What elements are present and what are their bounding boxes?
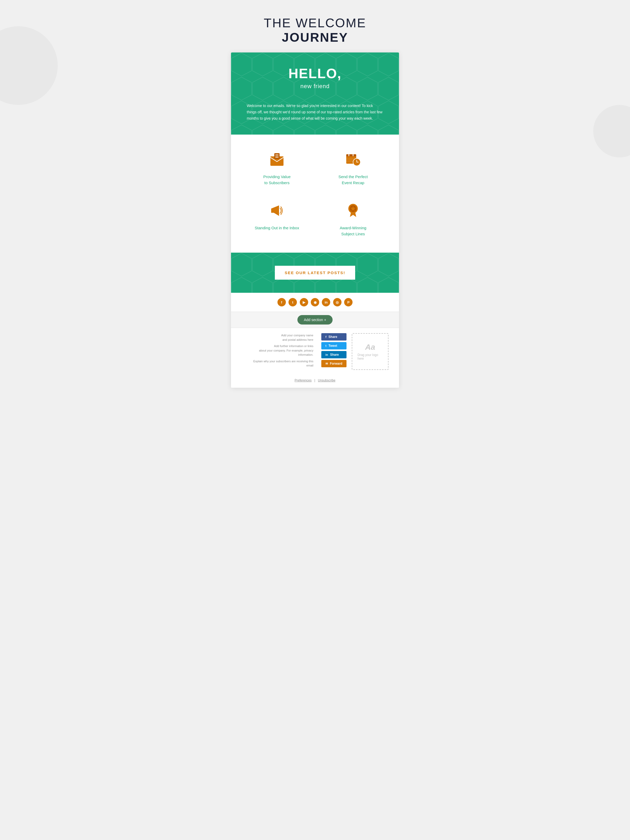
svg-rect-7	[346, 156, 356, 157]
article-title-standing-out: Standing Out in the Inbox	[244, 225, 310, 231]
footer-address: Add your company nameand postal address …	[242, 333, 313, 342]
linkedin-icon: in	[326, 353, 328, 356]
calendar-clock-icon	[344, 150, 362, 169]
add-section-button[interactable]: Add section +	[298, 315, 332, 325]
article-item-providing-value[interactable]: Providing Valueto Subscribers	[242, 148, 312, 188]
social-rss[interactable]: ◎	[333, 298, 342, 306]
footer-explain: Explain why your subscribers are receivi…	[242, 359, 313, 368]
footer-logo-area[interactable]: Aa Drag your logo here	[352, 333, 388, 370]
social-facebook[interactable]: f	[277, 298, 286, 306]
footer-share-buttons: f Share t Tweet in Share ✉ Forward	[321, 333, 347, 370]
share-twitter-button[interactable]: t Tweet	[321, 342, 347, 349]
welcome-section: Welcome to our emails. We're so glad you…	[231, 100, 399, 134]
logo-placeholder-icon: Aa	[365, 343, 375, 352]
email-card: HELLO, new friend Welcome to our emails.…	[231, 52, 399, 388]
share-linkedin-button[interactable]: in Share	[321, 351, 347, 358]
article-item-event-recap[interactable]: Send the PerfectEvent Recap	[318, 148, 388, 188]
preferences-link[interactable]: Preferences	[294, 379, 312, 382]
social-pinterest[interactable]: P	[344, 298, 353, 306]
welcome-text: Welcome to our emails. We're so glad you…	[247, 103, 383, 122]
share-twitter-label: Tweet	[328, 344, 337, 347]
share-forward-button[interactable]: ✉ Forward	[321, 360, 347, 367]
title-bold: JOURNEY	[282, 30, 348, 44]
megaphone-icon	[268, 202, 286, 220]
title-normal: THE WELCOME	[264, 16, 366, 30]
article-item-standing-out[interactable]: Standing Out in the Inbox	[242, 199, 312, 240]
cta-section: SEE OUR LATEST POSTS!	[231, 253, 399, 293]
article-title-event-recap: Send the PerfectEvent Recap	[320, 174, 386, 186]
page-title: THE WELCOME JOURNEY	[231, 16, 399, 44]
article-title-award-winning: Award-WinningSubject Lines	[320, 225, 386, 237]
hello-title: HELLO,	[242, 66, 388, 81]
share-facebook-label: Share	[328, 335, 337, 339]
facebook-icon: f	[326, 335, 326, 338]
header-content: HELLO, new friend	[242, 66, 388, 90]
logo-placeholder-text: Drag your logo here	[358, 353, 383, 360]
cta-button[interactable]: SEE OUR LATEST POSTS!	[275, 266, 355, 279]
footer-left: Add your company nameand postal address …	[242, 333, 313, 370]
social-twitter[interactable]: t	[288, 298, 297, 306]
article-title-providing-value: Providing Valueto Subscribers	[244, 174, 310, 186]
footer-separator: |	[314, 379, 315, 382]
social-linkedin[interactable]: in	[322, 298, 330, 306]
hello-subtitle: new friend	[242, 83, 388, 90]
email-footer: Add your company nameand postal address …	[231, 328, 399, 375]
bg-decoration-left	[0, 26, 58, 105]
page-wrapper: THE WELCOME JOURNEY HELLO, new friend We…	[231, 16, 399, 819]
envelope-icon	[268, 150, 286, 169]
social-row: f t ▶ ◉ in ◎ P	[231, 293, 399, 312]
twitter-icon: t	[326, 344, 326, 347]
footer-links: Preferences | Unsubscribe	[231, 375, 399, 388]
unsubscribe-link[interactable]: Unsubscribe	[318, 379, 336, 382]
add-section-bar: Add section +	[231, 312, 399, 328]
forward-icon: ✉	[326, 362, 328, 365]
share-linkedin-label: Share	[330, 353, 339, 357]
articles-section: Providing Valueto Subscribers	[231, 134, 399, 253]
bg-decoration-right	[593, 105, 630, 157]
social-youtube[interactable]: ▶	[300, 298, 308, 306]
article-item-award-winning[interactable]: Award-WinningSubject Lines	[318, 199, 388, 240]
email-header: HELLO, new friend	[231, 52, 399, 100]
footer-info: Add further information or linksabout yo…	[242, 344, 313, 357]
articles-grid: Providing Valueto Subscribers	[242, 148, 388, 240]
social-instagram[interactable]: ◉	[311, 298, 319, 306]
share-facebook-button[interactable]: f Share	[321, 333, 347, 341]
share-forward-label: Forward	[330, 362, 342, 365]
award-icon	[344, 202, 362, 220]
